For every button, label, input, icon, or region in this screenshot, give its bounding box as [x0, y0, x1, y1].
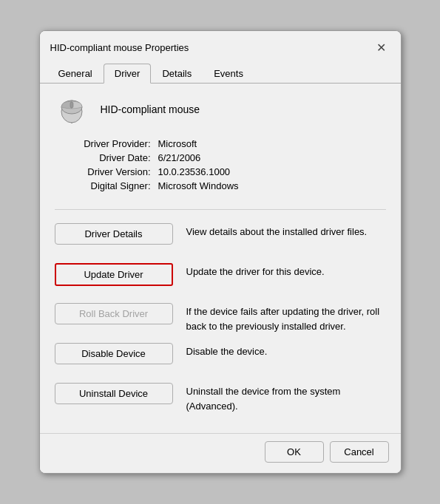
dialog-footer: OK Cancel	[40, 433, 401, 473]
action-row-update-driver: Update Driver Update the driver for this…	[55, 262, 386, 294]
disable-device-button[interactable]: Disable Device	[55, 343, 173, 364]
title-bar: HID-compliant mouse Properties ✕	[40, 31, 401, 56]
roll-back-driver-button: Roll Back Driver	[55, 303, 173, 324]
uninstall-device-button[interactable]: Uninstall Device	[55, 383, 173, 404]
close-button[interactable]: ✕	[373, 38, 390, 56]
action-row-roll-back: Roll Back Driver If the device fails aft…	[55, 302, 386, 334]
value-date: 6/21/2006	[158, 152, 201, 163]
label-provider: Driver Provider:	[62, 138, 158, 149]
device-name: HID-compliant mouse	[101, 103, 200, 115]
tab-content: HID-compliant mouse Driver Provider: Mic…	[40, 84, 401, 433]
driver-details-button[interactable]: Driver Details	[55, 223, 173, 245]
divider	[55, 209, 386, 210]
info-row-date: Driver Date: 6/21/2006	[62, 152, 386, 163]
mouse-icon	[55, 95, 89, 123]
update-driver-button[interactable]: Update Driver	[55, 263, 173, 286]
cancel-button[interactable]: Cancel	[330, 441, 389, 463]
update-driver-desc: Update the driver for this device.	[186, 262, 386, 279]
device-header: HID-compliant mouse	[55, 95, 386, 123]
info-row-provider: Driver Provider: Microsoft	[62, 138, 386, 149]
value-signer: Microsoft Windows	[158, 180, 239, 191]
window-title: HID-compliant mouse Properties	[50, 42, 189, 53]
value-version: 10.0.23536.1000	[158, 166, 231, 177]
label-signer: Digital Signer:	[62, 180, 158, 191]
tab-driver[interactable]: Driver	[104, 64, 152, 84]
action-row-disable: Disable Device Disable the device.	[55, 341, 386, 374]
driver-details-desc: View details about the installed driver …	[186, 222, 386, 239]
action-row-driver-details: Driver Details View details about the in…	[55, 222, 386, 254]
info-row-version: Driver Version: 10.0.23536.1000	[62, 166, 386, 177]
tab-details[interactable]: Details	[151, 64, 203, 83]
tab-general[interactable]: General	[47, 64, 104, 83]
value-provider: Microsoft	[158, 138, 197, 149]
disable-device-desc: Disable the device.	[186, 341, 386, 359]
tab-bar: General Driver Details Events	[40, 59, 401, 84]
ok-button[interactable]: OK	[265, 441, 324, 463]
label-date: Driver Date:	[62, 152, 158, 163]
svg-rect-2	[70, 102, 73, 108]
uninstall-device-desc: Uninstall the device from the system (Ad…	[186, 381, 386, 413]
driver-info-table: Driver Provider: Microsoft Driver Date: …	[62, 138, 386, 191]
label-version: Driver Version:	[62, 166, 158, 177]
tab-events[interactable]: Events	[203, 64, 254, 83]
action-row-uninstall: Uninstall Device Uninstall the device fr…	[55, 381, 386, 414]
info-row-signer: Digital Signer: Microsoft Windows	[62, 180, 386, 191]
properties-dialog: HID-compliant mouse Properties ✕ General…	[39, 30, 402, 474]
roll-back-driver-desc: If the device fails after updating the d…	[186, 302, 386, 333]
